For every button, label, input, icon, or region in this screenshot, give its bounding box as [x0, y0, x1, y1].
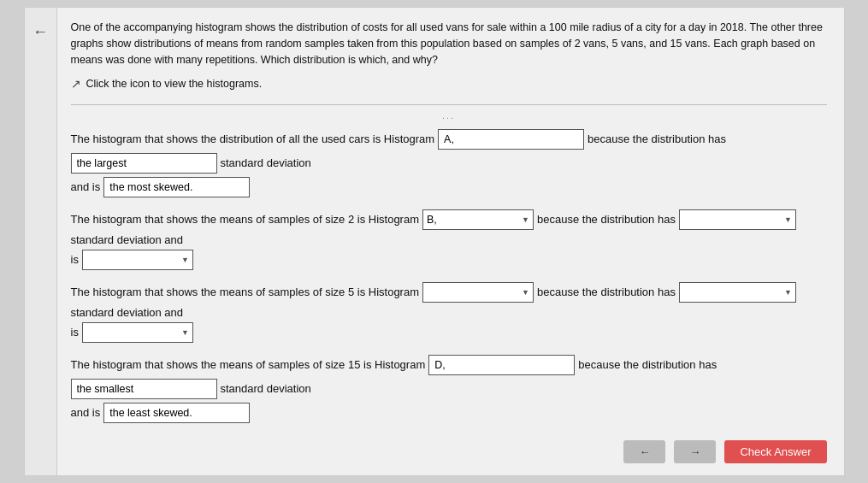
- answer-row-1: The histogram that shows the distributio…: [71, 129, 827, 197]
- answer-row-4-line1: The histogram that shows the means of sa…: [71, 355, 827, 399]
- row3-prefix: is: [71, 326, 79, 339]
- answer-row-2-line2: is the most skewed somewhat skewed sligh…: [71, 250, 827, 270]
- row2-before-text: The histogram that shows the means of sa…: [71, 213, 420, 226]
- answer-row-4-line2: and is: [71, 403, 827, 423]
- back-arrow-icon[interactable]: ←: [32, 23, 48, 41]
- row1-after-text: standard deviation: [221, 156, 311, 169]
- click-icon-label: Click the icon to view the histograms.: [86, 78, 263, 90]
- row2-skew-select-wrapper: the most skewed somewhat skewed slightly…: [82, 250, 193, 270]
- click-icon-row: ↗ Click the icon to view the histograms.: [71, 77, 827, 91]
- row3-histogram-select[interactable]: A, B, C, D,: [422, 282, 534, 303]
- row1-before-text: The histogram that shows the distributio…: [71, 133, 435, 145]
- row2-middle-text: because the distribution has: [537, 213, 676, 226]
- next-button[interactable]: →: [674, 440, 716, 463]
- row1-skew-input[interactable]: [103, 177, 250, 197]
- row2-histogram-select-wrapper: B, A, C, D,: [422, 209, 534, 230]
- answer-row-3-line1: The histogram that shows the means of sa…: [71, 282, 827, 319]
- row2-deviation-select-wrapper: the largest the second largest the secon…: [679, 209, 796, 230]
- row4-middle-text: because the distribution has: [578, 358, 717, 371]
- answer-row-1-line2: and is: [71, 177, 827, 197]
- row4-before-text: The histogram that shows the means of sa…: [71, 358, 426, 371]
- row4-skew-input[interactable]: [103, 403, 250, 423]
- histogram-icon[interactable]: ↗: [71, 77, 81, 91]
- question-text: One of the accompanying histogram shows …: [71, 20, 827, 68]
- row3-skew-select-wrapper: the most skewed somewhat skewed slightly…: [82, 322, 193, 343]
- bottom-buttons: ← → Check Answer: [71, 423, 827, 463]
- answer-row-2: The histogram that shows the means of sa…: [71, 209, 827, 270]
- row3-middle-text: because the distribution has: [537, 286, 676, 298]
- answer-row-1-line1: The histogram that shows the distributio…: [71, 129, 827, 174]
- check-answer-button[interactable]: Check Answer: [724, 440, 826, 463]
- row3-deviation-select-wrapper: the largest the second largest the secon…: [679, 282, 796, 303]
- row1-deviation-input[interactable]: [71, 153, 217, 174]
- prev-button[interactable]: ←: [623, 440, 665, 463]
- row4-prefix: and is: [71, 406, 101, 419]
- row1-prefix: and is: [71, 180, 101, 193]
- ellipsis: ...: [442, 110, 455, 121]
- answer-row-4: The histogram that shows the means of sa…: [71, 355, 827, 423]
- row3-after-text: standard deviation and: [71, 306, 184, 319]
- row4-deviation-input[interactable]: [71, 379, 217, 399]
- row2-histogram-select[interactable]: B, A, C, D,: [422, 209, 534, 230]
- row2-skew-select[interactable]: the most skewed somewhat skewed slightly…: [82, 250, 193, 270]
- answer-row-3: The histogram that shows the means of sa…: [71, 282, 827, 343]
- answer-row-2-line1: The histogram that shows the means of sa…: [71, 209, 827, 246]
- answer-row-3-line2: is the most skewed somewhat skewed sligh…: [71, 322, 827, 343]
- answer-section: The histogram that shows the distributio…: [71, 129, 827, 423]
- row1-histogram-input[interactable]: [438, 129, 584, 150]
- main-container: ← One of the accompanying histogram show…: [24, 7, 845, 475]
- content-area: One of the accompanying histogram shows …: [57, 8, 844, 474]
- row2-prefix: is: [71, 253, 79, 266]
- divider-1: [71, 104, 827, 105]
- ellipsis-row: ...: [71, 110, 827, 121]
- row3-histogram-select-wrapper: A, B, C, D,: [422, 282, 534, 303]
- row3-skew-select[interactable]: the most skewed somewhat skewed slightly…: [82, 322, 193, 343]
- row2-deviation-select[interactable]: the largest the second largest the secon…: [679, 209, 796, 230]
- row2-after-text: standard deviation and: [71, 233, 184, 246]
- row3-before-text: The histogram that shows the means of sa…: [71, 286, 420, 298]
- row3-deviation-select[interactable]: the largest the second largest the secon…: [679, 282, 796, 303]
- row1-middle-text: because the distribution has: [588, 133, 726, 145]
- left-navigation: ←: [25, 8, 57, 474]
- row4-after-text: standard deviation: [221, 382, 311, 395]
- row4-histogram-input[interactable]: [428, 355, 575, 375]
